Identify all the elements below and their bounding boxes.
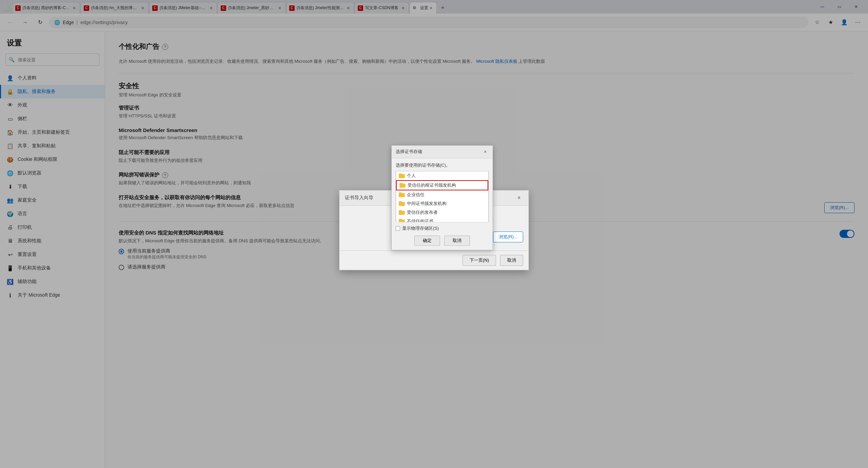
folder-icon-trusted-publishers xyxy=(399,210,405,215)
folder-icon-trusted-root xyxy=(399,183,406,188)
cert-store-cancel-button[interactable]: 取消 xyxy=(444,236,470,246)
folder-icon-personal xyxy=(399,173,405,178)
select-cert-store-dialog: 选择证书存储 × 选择要使用的证书存储(C)。 个人 受信任的根证书颁发机构 企… xyxy=(391,145,493,250)
cert-store-item-trusted-publishers[interactable]: 受信任的发布者 xyxy=(396,208,488,217)
cert-store-item-intermediate[interactable]: 中间证书颁发发机构 xyxy=(396,199,488,208)
show-physical-store-label: 显示物理存储区(S) xyxy=(402,225,439,231)
cert-store-item-personal[interactable]: 个人 xyxy=(396,171,488,180)
cert-import-next-button[interactable]: 下一页(N) xyxy=(462,255,496,266)
cert-store-item-enterprise[interactable]: 企业信任 xyxy=(396,190,488,199)
cert-store-dialog-buttons: 确定 取消 xyxy=(396,236,489,246)
show-physical-store-row: 显示物理存储区(S) xyxy=(396,225,489,231)
select-cert-store-close[interactable]: × xyxy=(482,148,489,155)
folder-icon-intermediate xyxy=(399,201,405,206)
select-cert-store-header: 选择证书存储 × xyxy=(392,146,493,158)
cert-import-wizard-title: 证书导入向导 xyxy=(345,195,373,201)
select-cert-store-body: 选择要使用的证书存储(C)。 个人 受信任的根证书颁发机构 企业信任 中间证书颁… xyxy=(392,158,493,250)
wizard-browse-button[interactable]: 浏览(R)... xyxy=(493,231,523,242)
cert-import-wizard-footer: 下一页(N) 取消 xyxy=(339,250,529,270)
cert-store-item-trusted-root[interactable]: 受信任的根证书颁发机构 xyxy=(396,180,488,190)
cert-store-confirm-button[interactable]: 确定 xyxy=(414,236,440,246)
cert-store-list[interactable]: 个人 受信任的根证书颁发机构 企业信任 中间证书颁发发机构 受信任的发布者 不信… xyxy=(396,171,489,222)
select-cert-store-title: 选择证书存储 xyxy=(396,149,422,155)
folder-icon-enterprise xyxy=(399,192,405,197)
cert-import-cancel-button[interactable]: 取消 xyxy=(500,255,523,266)
folder-icon-untrusted xyxy=(399,219,405,222)
cert-store-item-untrusted[interactable]: 不信任的证书 xyxy=(396,217,488,222)
select-cert-store-desc: 选择要使用的证书存储(C)。 xyxy=(396,162,489,168)
show-physical-store-checkbox[interactable] xyxy=(396,226,400,230)
cert-import-wizard-close[interactable]: × xyxy=(515,194,523,202)
